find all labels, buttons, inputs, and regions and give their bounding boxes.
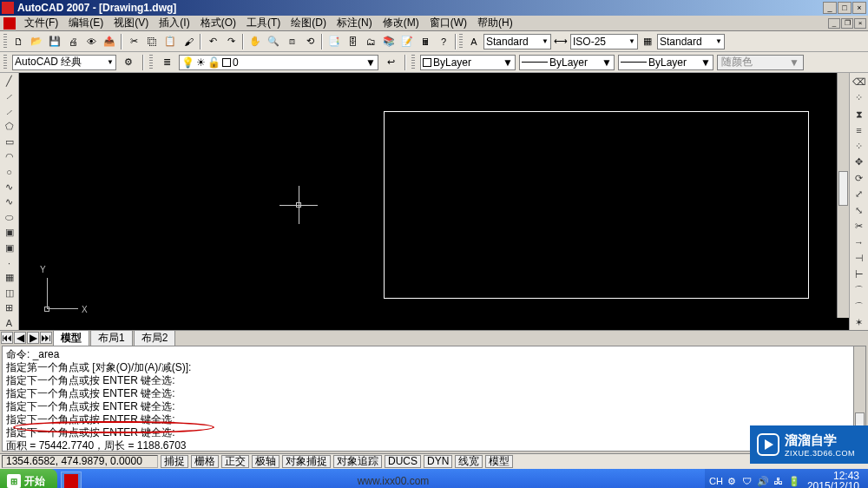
save-button[interactable] [46,33,63,50]
trim-tool[interactable] [852,220,867,234]
tray-icon[interactable]: 🔋 [788,475,800,487]
join-tool[interactable]: ⊢ [852,267,867,282]
rotate-tool[interactable] [852,171,867,186]
construction-line-tool[interactable] [2,89,17,102]
otrack-toggle[interactable]: 对象追踪 [333,455,382,468]
menu-draw[interactable]: 绘图(D) [286,15,332,31]
coordinates-display[interactable]: 1354.6582, 474.9879, 0.0000 [2,455,158,468]
menu-insert[interactable]: 插入(I) [154,15,194,31]
plot-style-dropdown[interactable]: 随颜色▼ [717,55,804,70]
toolbar-grip[interactable] [3,34,7,49]
ortho-toggle[interactable]: 正交 [221,455,249,468]
layout-nav-last[interactable]: ⏭ [40,332,52,344]
mirror-tool[interactable] [852,107,867,122]
zoom-previous-button[interactable]: ⟲ [301,33,319,50]
zoom-window-button[interactable]: ⧈ [283,33,300,50]
ime-indicator[interactable]: CH [710,475,722,487]
menu-format[interactable]: 格式(O) [195,15,241,31]
menu-dim[interactable]: 标注(N) [332,15,378,31]
dim-style-dropdown[interactable]: ISO-25▼ [570,34,638,49]
drawing-canvas[interactable]: Y X [19,73,849,330]
designcenter-button[interactable]: 🗄 [344,33,361,50]
toolbar-grip[interactable] [459,34,463,49]
polar-toggle[interactable]: 极轴 [252,455,279,468]
mdi-close-button[interactable]: × [854,18,866,29]
spline-tool[interactable] [2,195,17,208]
extend-tool[interactable] [852,235,867,250]
open-button[interactable] [28,33,45,50]
arc-tool[interactable] [2,150,17,163]
chamfer-tool[interactable] [852,284,867,299]
new-button[interactable] [10,33,27,50]
hatch-tool[interactable] [2,271,17,284]
layer-previous-button[interactable]: ↩ [382,54,399,71]
make-block-tool[interactable] [2,241,17,254]
plot-preview-button[interactable]: 👁 [82,33,100,50]
insert-block-tool[interactable] [2,226,17,239]
ellipse-tool[interactable] [2,211,17,224]
maximize-button[interactable]: □ [838,2,852,14]
command-window[interactable]: 命令: _area 指定第一个角点或 [对象(O)/加(A)/减(S)]: 指定… [2,346,866,452]
zoom-realtime-button[interactable] [265,33,282,50]
plot-button[interactable] [64,33,82,50]
stretch-tool[interactable]: ⤡ [852,203,867,218]
close-button[interactable]: × [852,2,866,14]
table-tool[interactable] [2,301,17,314]
taskbar-app-autocad[interactable] [61,472,82,488]
model-toggle[interactable]: 模型 [485,455,513,468]
polyline-tool[interactable] [2,105,17,118]
menu-window[interactable]: 窗口(W) [424,15,472,31]
start-button[interactable]: ⊞ 开始 [0,469,57,488]
sheetset-button[interactable]: 📚 [380,33,398,50]
mdi-restore-button[interactable]: ❐ [841,18,853,29]
redo-button[interactable] [222,33,240,50]
vertical-scrollbar[interactable] [837,73,849,318]
dim-style-icon[interactable]: ⟷ [552,33,569,50]
publish-button[interactable]: 📤 [101,33,118,50]
grid-toggle[interactable]: 栅格 [191,455,219,468]
color-dropdown[interactable]: ByLayer▼ [420,55,516,70]
workspace-settings-button[interactable]: ⚙ [120,54,137,71]
move-tool[interactable] [852,155,867,170]
menu-modify[interactable]: 修改(M) [378,15,424,31]
offset-tool[interactable] [852,123,867,138]
copy-button[interactable] [143,33,161,50]
ducs-toggle[interactable]: DUCS [385,455,421,468]
array-tool[interactable] [852,139,867,154]
layout-nav-first[interactable]: ⏮ [1,332,13,344]
markup-button[interactable]: 📝 [398,33,416,50]
linetype-dropdown[interactable]: ByLayer▼ [519,55,615,70]
snap-toggle[interactable]: 捕捉 [161,455,188,468]
menu-file[interactable]: 文件(F) [19,15,63,31]
menu-tools[interactable]: 工具(T) [241,15,286,31]
fillet-tool[interactable] [852,300,867,314]
circle-tool[interactable] [2,165,17,178]
erase-tool[interactable] [852,75,867,89]
toolbar-grip[interactable] [149,55,153,70]
layer-dropdown[interactable]: 💡 ☀ 🔓 0 ▼ [179,55,378,70]
layout-tab-layout1[interactable]: 布局1 [90,330,133,346]
workspace-dropdown[interactable]: AutoCAD 经典▼ [12,55,116,70]
taskbar-clock[interactable]: 12:43 2015/12/10 [804,471,863,488]
menu-view[interactable]: 视图(V) [108,15,154,31]
tray-icon[interactable]: ⚙ [726,475,738,487]
cut-button[interactable] [125,33,142,50]
menu-edit[interactable]: 编辑(E) [63,15,108,31]
toolbar-grip[interactable] [3,55,7,70]
table-style-icon[interactable]: ▦ [639,33,656,50]
tray-volume-icon[interactable]: 🔊 [757,475,769,487]
pan-button[interactable] [247,33,264,50]
quickcalc-button[interactable]: 🖩 [417,33,434,50]
toolpalettes-button[interactable]: 🗂 [362,33,379,50]
mtext-tool[interactable] [2,317,17,330]
undo-button[interactable] [204,33,221,50]
tray-icon[interactable]: 🛡 [741,475,753,487]
text-style-dropdown[interactable]: Standard▼ [483,34,551,49]
break-tool[interactable]: ⊣ [852,252,867,267]
paste-button[interactable] [161,33,179,50]
layout-tab-layout2[interactable]: 布局2 [134,330,176,346]
copy-tool[interactable] [852,91,867,106]
osnap-toggle[interactable]: 对象捕捉 [282,455,331,468]
point-tool[interactable] [2,256,17,269]
toolbar-grip[interactable] [411,55,415,70]
